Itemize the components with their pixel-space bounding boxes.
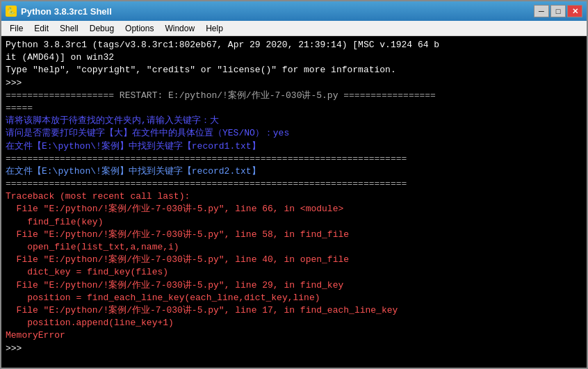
title-bar: 🐍 Python 3.8.3rc1 Shell ─ □ ✕ xyxy=(1,1,587,21)
console-line: File "E:/python/!案例/作业-7-030讲-5.py", lin… xyxy=(6,279,582,292)
menu-help[interactable]: Help xyxy=(200,23,229,34)
console-line: dict_key = find_key(files) xyxy=(6,266,582,279)
console-line: ==================== RESTART: E:/python/… xyxy=(6,90,582,102)
maximize-button[interactable]: □ xyxy=(550,5,566,17)
console-prompt: >>> xyxy=(6,343,582,355)
menu-edit[interactable]: Edit xyxy=(28,23,54,34)
console-line: File "E:/python/!案例/作业-7-030讲-5.py", lin… xyxy=(6,203,582,215)
console-line: >>> xyxy=(6,77,582,90)
minimize-button[interactable]: ─ xyxy=(534,5,549,17)
console-line: File "E:/python/!案例/作业-7-030讲-5.py", lin… xyxy=(6,229,582,241)
python-icon: 🐍 xyxy=(6,6,17,17)
menu-options[interactable]: Options xyxy=(120,23,159,34)
close-button[interactable]: ✕ xyxy=(567,5,582,17)
menu-file[interactable]: File xyxy=(4,23,28,34)
window-controls: ─ □ ✕ xyxy=(534,5,582,17)
console-line: position.append(line_key+1) xyxy=(6,317,582,329)
console-line: it (AMD64)] on win32 xyxy=(6,51,582,64)
console-line: ========================================… xyxy=(6,153,582,165)
menu-debug[interactable]: Debug xyxy=(84,23,120,34)
console-line: 请问是否需要打印关键字【大】在文件中的具体位置（YES/NO）：yes xyxy=(6,127,582,140)
console-line: Traceback (most recent call last): xyxy=(6,190,582,203)
title-left: 🐍 Python 3.8.3rc1 Shell xyxy=(6,6,112,17)
console-line: ========================================… xyxy=(6,178,582,190)
console-line: position = find_each_line_key(each_line,… xyxy=(6,292,582,304)
console-line: find_file(key) xyxy=(6,216,582,229)
console-line: Python 3.8.3rc1 (tags/v3.8.3rc1:802eb67,… xyxy=(6,39,582,51)
console-line: File "E:/python/!案例/作业-7-030讲-5.py", lin… xyxy=(6,254,582,266)
console-line: ===== xyxy=(6,102,582,115)
console-line: 在文件【E:\python\!案例】中找到关键字【record1.txt】 xyxy=(6,140,582,153)
window-title: Python 3.8.3rc1 Shell xyxy=(21,6,112,17)
menu-bar: File Edit Shell Debug Options Window Hel… xyxy=(1,21,587,36)
console-line: 在文件【E:\python\!案例】中找到关键字【record2.txt】 xyxy=(6,165,582,178)
menu-shell[interactable]: Shell xyxy=(54,23,84,34)
console-line: open_file(list_txt,a,name,i) xyxy=(6,241,582,254)
console-line: File "E:/python/!案例/作业-7-030讲-5.py", lin… xyxy=(6,304,582,317)
menu-window[interactable]: Window xyxy=(159,23,200,34)
console-line: Type "help", "copyright", "credits" or "… xyxy=(6,64,582,76)
main-window: 🐍 Python 3.8.3rc1 Shell ─ □ ✕ File Edit … xyxy=(0,0,588,369)
console-line: 请将该脚本放于待查找的文件夹内,请输入关键字：大 xyxy=(6,115,582,127)
console-line: MemoryError xyxy=(6,329,582,342)
console-output[interactable]: Python 3.8.3rc1 (tags/v3.8.3rc1:802eb67,… xyxy=(1,36,587,368)
